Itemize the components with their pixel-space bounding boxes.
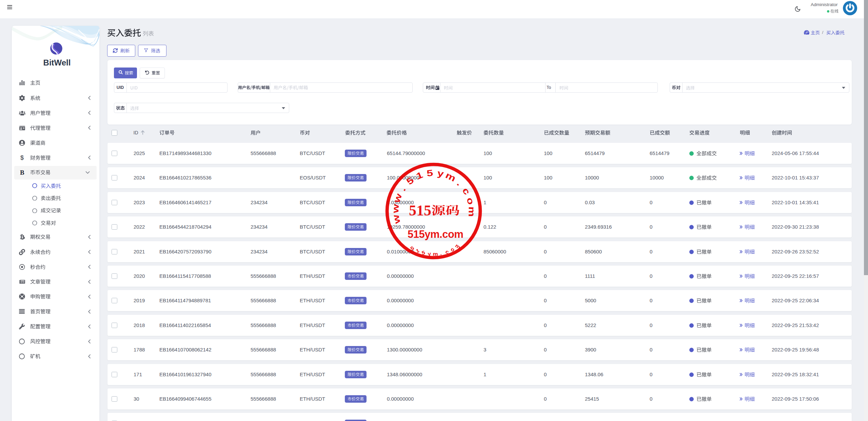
svg-text:1: 1: [415, 170, 424, 181]
svg-text:o: o: [465, 196, 476, 206]
svg-text:.: .: [455, 178, 464, 187]
svg-text:5: 5: [426, 168, 434, 178]
svg-text:m: m: [467, 207, 477, 217]
svg-text:w: w: [391, 214, 402, 225]
svg-text:y: y: [437, 168, 445, 178]
svg-text:.: .: [398, 185, 408, 193]
svg-text:m: m: [444, 170, 458, 184]
svg-text:w: w: [392, 192, 404, 204]
svg-text:m: m: [433, 251, 438, 256]
svg-text:y: y: [428, 251, 431, 257]
svg-text:c: c: [461, 186, 472, 196]
svg-text:w: w: [391, 204, 401, 214]
svg-text:5: 5: [405, 175, 416, 187]
